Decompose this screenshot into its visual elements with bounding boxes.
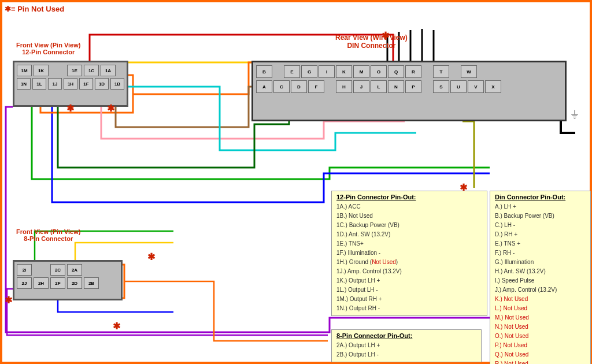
din-Q-label: Q.) Not Used <box>495 350 586 359</box>
din-X: X <box>485 80 501 93</box>
info-12pin: 12-Pin Connector Pin-Out: 1A.) ACC 1B.) … <box>331 191 487 316</box>
front12pin-label-line1: Front View (Pin View) <box>16 42 80 49</box>
din-P-label: P.) Not Used <box>495 341 586 350</box>
pin-1F: 1F <box>79 78 93 90</box>
info-12pin-1F: 1F.) Illumination - <box>336 248 482 258</box>
info-12pin-title: 12-Pin Connector Pin-Out: <box>336 194 482 200</box>
info-8pin: 8-Pin Connector Pin-Out: 2A.) Output LH … <box>331 329 482 362</box>
info-12pin-1D: 1D.) Ant. SW (13.2V) <box>336 230 482 239</box>
din-G-label: G.) Illumination <box>495 258 586 267</box>
din-K-label: K.) Not Used <box>495 295 586 304</box>
pin-1N: 1N <box>17 78 31 90</box>
din-U: U <box>450 80 467 93</box>
info-din: Din Connector Pin-Out: A.) LH + B.) Back… <box>490 191 591 364</box>
din-label-line2: DIN Connector <box>335 42 408 50</box>
info-12pin-1J: 1J.) Amp. Control (13.2V) <box>336 267 482 276</box>
din-L-label: L.) Not Used <box>495 304 586 313</box>
pin-2F: 2F <box>50 277 65 289</box>
pin-1E: 1E <box>67 65 82 76</box>
info-din-title: Din Connector Pin-Out: <box>495 194 586 200</box>
info-12pin-1M: 1M.) Output RH + <box>336 295 482 304</box>
8pin-connector: 2I 2C 2A 2J 2H 2F 2D 2B <box>13 260 123 300</box>
din-space1 <box>273 65 283 78</box>
din-I: I <box>319 65 335 78</box>
12pin-connector: 1M 1K 1E 1C 1A 1N 1L 1J 1H 1F 1D 1B <box>13 61 128 107</box>
pin-2I: 2I <box>17 264 32 276</box>
din-space3 <box>450 65 460 78</box>
pin-2C: 2C <box>50 264 65 276</box>
din-label: Rear View (Wire View) DIN Connector <box>335 34 408 50</box>
din-O-label: O.) Not Used <box>495 332 586 341</box>
pin-1C: 1C <box>84 65 99 76</box>
din-A: A <box>256 80 272 93</box>
pin-1D: 1D <box>95 78 109 90</box>
info-12pin-1N: 1N.) Output RH - <box>336 304 482 313</box>
ground-symbol: ⏚ <box>571 107 578 120</box>
din-J: J <box>353 80 369 93</box>
din-space2 <box>423 65 432 78</box>
info-12pin-1E: 1E.) TNS+ <box>336 239 482 248</box>
pin-2D: 2D <box>67 277 82 289</box>
pin-1H: 1H <box>64 78 77 90</box>
asterisk-12pin-right: ✱ <box>107 103 114 114</box>
din-P: P <box>405 80 421 93</box>
pin-2A: 2A <box>67 264 82 276</box>
info-12pin-1H: 1H.) Ground (Not Used) <box>336 258 482 267</box>
info-12pin-1K: 1K.) Output LH + <box>336 276 482 285</box>
din-M-label: M.) Not Used <box>495 313 586 322</box>
pin-2J: 2J <box>17 277 32 289</box>
din-N: N <box>388 80 404 93</box>
din-D-label: D.) RH + <box>495 230 586 239</box>
din-O: O <box>371 65 387 78</box>
asterisk-din-top: ✱ <box>382 30 389 41</box>
legend-text: ✱= Pin Not Used <box>5 5 64 13</box>
din-H-label: H.) Ant. SW (13.2V) <box>495 267 586 276</box>
asterisk-12pin-left: ✱ <box>66 103 74 114</box>
main-canvas: ✱= Pin Not Used Front View (Pin View) 12… <box>0 0 592 364</box>
front8pin-label-line2: 8-Pin Connector <box>16 235 80 242</box>
din-H: H <box>336 80 352 93</box>
pin-1B: 1B <box>110 78 124 90</box>
front8pin-label: Front View (Pin View) 8-Pin Connector <box>16 228 80 242</box>
din-I-label: I.) Speed Pulse <box>495 276 586 285</box>
info-12pin-1A: 1A.) ACC <box>336 202 482 211</box>
din-E-label: E.) TNS + <box>495 239 586 248</box>
asterisk-8pin-left: ✱ <box>5 295 12 306</box>
din-T: T <box>433 65 449 78</box>
info-12pin-1B: 1B.) Not Used <box>336 211 482 221</box>
asterisk-8pin-bottom: ✱ <box>113 321 120 332</box>
din-Q: Q <box>388 65 404 78</box>
din-B-label: B.) Backup Power (VB) <box>495 211 586 221</box>
din-C: C <box>273 80 290 93</box>
din-connector: B E G I K M O Q R T W A C D F H J L N P <box>251 61 567 121</box>
pin-1M: 1M <box>17 65 32 76</box>
din-C-label: C.) LH - <box>495 221 586 230</box>
front12pin-label: Front View (Pin View) 12-Pin Connector <box>16 42 80 55</box>
pin-1J: 1J <box>48 78 62 90</box>
pin-1L: 1L <box>32 78 46 90</box>
pin-2H: 2H <box>34 277 49 289</box>
info-8pin-2B: 2B.) Output LH - <box>336 350 476 359</box>
pin-1A: 1A <box>101 65 116 76</box>
legend: ✱= Pin Not Used <box>5 5 64 13</box>
din-D: D <box>291 80 307 93</box>
front12pin-label-line2: 12-Pin Connector <box>16 49 80 55</box>
asterisk-8pin-top: ✱ <box>147 251 155 262</box>
din-A-label: A.) LH + <box>495 202 586 211</box>
din-G: G <box>301 65 317 78</box>
din-W: W <box>461 65 477 78</box>
front8pin-label-line1: Front View (Pin View) <box>16 228 80 235</box>
din-F-label: F.) RH - <box>495 248 586 258</box>
din-K: K <box>336 65 352 78</box>
din-R: R <box>405 65 421 78</box>
info-8pin-2A: 2A.) Output LH + <box>336 341 476 350</box>
din-space4 <box>325 80 335 93</box>
info-12pin-1L: 1L.) Output LH - <box>336 285 482 295</box>
din-L: L <box>371 80 387 93</box>
din-R-label: R.) Not Used <box>495 359 586 364</box>
din-space5 <box>423 80 432 93</box>
din-E: E <box>284 65 300 78</box>
din-V: V <box>468 80 484 93</box>
pin-2B: 2B <box>84 277 99 289</box>
din-S: S <box>433 80 449 93</box>
